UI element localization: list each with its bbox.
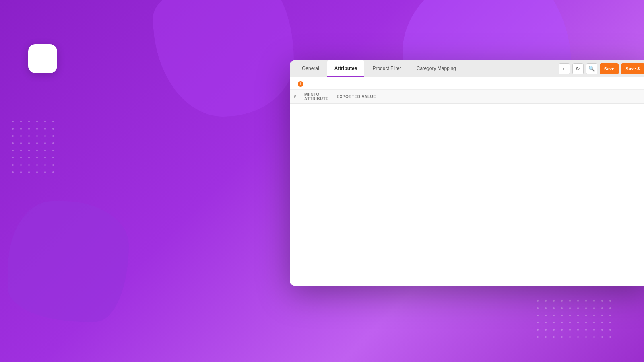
back-button[interactable]: ←	[559, 63, 570, 74]
table-header: i	[290, 77, 644, 90]
logo-box	[28, 44, 57, 73]
left-panel	[28, 44, 246, 86]
browser-window: General Attributes Product Filter Catego…	[290, 60, 644, 286]
info-icon: i	[298, 81, 303, 87]
tabs-bar: General Attributes Product Filter Catego…	[290, 60, 644, 77]
tab-attributes[interactable]: Attributes	[327, 60, 365, 77]
tab-actions: ← ↻ 🔍 Save Save &	[559, 60, 644, 77]
table-header-row: # Miinto Attribute Exported Value	[290, 90, 644, 104]
tab-general[interactable]: General	[295, 60, 326, 77]
tab-product-filter[interactable]: Product Filter	[365, 60, 408, 77]
table-title: i	[295, 81, 303, 87]
col-num: #	[290, 90, 300, 104]
attribute-table: # Miinto Attribute Exported Value	[290, 90, 644, 104]
refresh-button[interactable]: ↻	[572, 63, 584, 74]
tab-category-mapping[interactable]: Category Mapping	[409, 60, 463, 77]
main-content: i # Miinto Attribute Exported Value	[290, 77, 644, 286]
dot-grid-right: const dg2 = document.querySelector('.dot…	[537, 300, 612, 338]
col-exported: Exported Value	[332, 90, 644, 104]
dot-grid-left: const dg = document.querySelector('.dots…	[12, 121, 55, 173]
search-button[interactable]: 🔍	[586, 63, 597, 74]
save-button[interactable]: Save	[600, 63, 619, 74]
blob-2	[8, 201, 129, 322]
col-miinto: Miinto Attribute	[300, 90, 332, 104]
save-and-button[interactable]: Save &	[621, 63, 644, 74]
